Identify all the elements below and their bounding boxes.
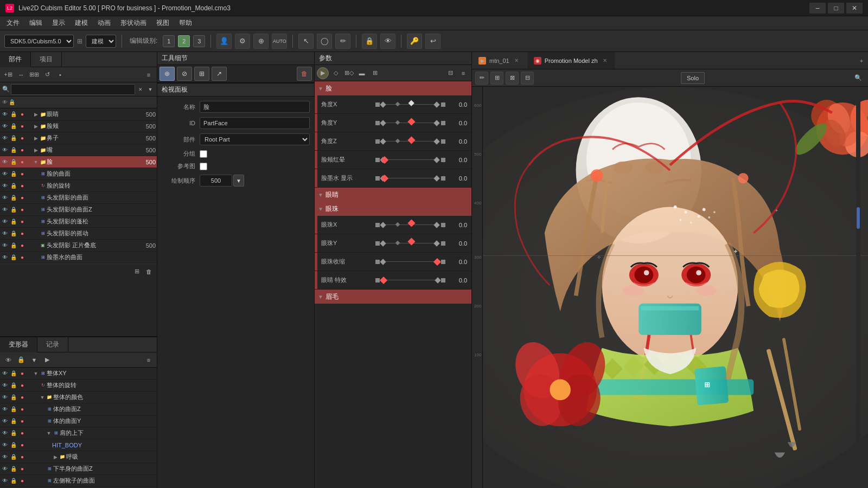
vertical-scrollbar[interactable]: [856, 87, 860, 488]
param-group-eyes[interactable]: ▼ 眼睛: [315, 188, 471, 202]
deformer-lock-btn[interactable]: 🔒: [15, 354, 27, 366]
part-row-hair4[interactable]: 👁 🔒 ● ⊞ 头发阴影的摇动: [0, 228, 157, 240]
params-play-btn[interactable]: ▶: [317, 67, 329, 79]
menu-display[interactable]: 显示: [48, 17, 69, 29]
lock-icon-h2[interactable]: 🔒: [10, 206, 17, 214]
parts-delete-action[interactable]: 🗑: [143, 266, 155, 278]
lock-icon-eyes[interactable]: 🔒: [10, 111, 17, 118]
lock-icon-rot[interactable]: 🔒: [10, 382, 17, 389]
expand-mouth[interactable]: ▶: [33, 147, 39, 153]
expand-face[interactable]: ▼: [33, 159, 39, 165]
eye-icon-h4[interactable]: 👁: [1, 230, 9, 237]
tab-deformer[interactable]: 变形器: [0, 337, 37, 352]
icon-btn-auto[interactable]: AUTO: [272, 34, 287, 49]
edit-level-3[interactable]: 3: [193, 35, 205, 47]
lock-icon-bz[interactable]: 🔒: [10, 406, 17, 413]
eye-icon-nose[interactable]: 👁: [1, 134, 9, 142]
deformer-eye-btn[interactable]: 👁: [2, 354, 14, 366]
part-row-hair3[interactable]: 👁 🔒 ● ⊞ 头发阴影的蓬松: [0, 216, 157, 228]
param-group-pupil[interactable]: ▼ 眼珠: [315, 202, 471, 216]
vtab-close-mtn[interactable]: ✕: [513, 57, 520, 65]
tab-parts[interactable]: 部件: [0, 52, 31, 67]
tool-delete-btn[interactable]: 🗑: [297, 67, 312, 81]
field-ref-checkbox[interactable]: [200, 163, 207, 170]
icon-btn-cursor[interactable]: ↖: [298, 34, 314, 49]
deformer-expand-btn[interactable]: ▼: [28, 354, 40, 366]
part-row-mouth[interactable]: 👁 🔒 ● ▶ 📁 嘴 500: [0, 144, 157, 156]
mode-select[interactable]: 建模: [86, 35, 116, 48]
parts-reset-btn[interactable]: ↺: [41, 69, 53, 81]
lock-icon-h1[interactable]: 🔒: [10, 194, 17, 202]
lock-icon-br[interactable]: 🔒: [10, 453, 17, 461]
eye-icon-sh[interactable]: 👁: [1, 429, 9, 437]
part-row-face-warp[interactable]: 👁 🔒 ● ⊞ 脸的曲面: [0, 168, 157, 180]
deformer-row-rot[interactable]: 👁 🔒 ● ↻ 整体的旋转: [0, 380, 157, 391]
vscroll-thumb[interactable]: [857, 207, 860, 229]
vp-snap-btn[interactable]: ⊠: [506, 72, 519, 85]
deformer-menu-btn[interactable]: ≡: [143, 354, 155, 366]
vp-draw-btn[interactable]: ✏: [475, 72, 488, 85]
lock-icon-face[interactable]: 🔒: [10, 158, 17, 166]
eye-icon-h5[interactable]: 👁: [1, 242, 9, 249]
viewport-add-tab[interactable]: +: [855, 55, 868, 67]
parts-add-btn[interactable]: +⊞: [2, 69, 14, 81]
param-track-ink[interactable]: [375, 176, 445, 181]
eye-icon-eyes[interactable]: 👁: [1, 111, 9, 118]
param-track-pupily[interactable]: [375, 241, 445, 246]
lock-icon-color[interactable]: 🔒: [10, 394, 17, 401]
part-row-hair5[interactable]: 👁 🔒 ● ▣ 头发阴影 正片叠底 500: [0, 240, 157, 252]
expand-nose[interactable]: ▶: [33, 135, 39, 142]
param-track-shrink[interactable]: [375, 260, 445, 264]
tool-arrow-btn[interactable]: ↗: [212, 67, 227, 81]
parts-copy-btn[interactable]: ⊞⊞: [28, 69, 40, 81]
field-order-down[interactable]: ▼: [233, 175, 244, 187]
minimize-button[interactable]: –: [809, 3, 826, 14]
icon-btn-undo[interactable]: ↩: [425, 34, 441, 49]
eye-icon-cheek[interactable]: 👁: [1, 123, 9, 130]
menu-help[interactable]: 帮助: [175, 17, 196, 29]
params-table-btn[interactable]: ⊞: [369, 67, 381, 79]
part-row-face-rot[interactable]: 👁 🔒 ● ↻ 脸的旋转: [0, 180, 157, 192]
deformer-row-color[interactable]: 👁 🔒 ● ▼ 📁 整体的颜色: [0, 391, 157, 403]
vp-zoom-in[interactable]: 🔍: [852, 72, 865, 85]
eye-icon-bz[interactable]: 👁: [1, 406, 9, 413]
param-group-face[interactable]: ▼ 脸: [315, 81, 471, 95]
eye-icon-rot[interactable]: 👁: [1, 382, 9, 389]
lock-icon-fr[interactable]: 🔒: [10, 182, 17, 190]
param-track-angley[interactable]: [375, 121, 445, 125]
edit-level-1[interactable]: 1: [163, 35, 175, 47]
parts-link-btn[interactable]: ↔: [15, 69, 27, 81]
eye-icon-lb[interactable]: 👁: [1, 465, 9, 473]
deformer-row-xy[interactable]: 👁 🔒 ● ▼ ⊞ 整体XY: [0, 368, 157, 380]
parts-search-clear[interactable]: ✕: [136, 85, 145, 94]
icon-btn-lasso[interactable]: ◯: [317, 34, 332, 49]
part-row-hair1[interactable]: 👁 🔒 ● ⊞ 头发阴影的曲面: [0, 192, 157, 204]
close-button[interactable]: ✕: [846, 3, 863, 14]
eye-icon-h1[interactable]: 👁: [1, 194, 9, 202]
deformer-row-lshoe[interactable]: 👁 🔒 ● ⊞ 左侧靴子的曲面: [0, 475, 157, 487]
params-bar-btn[interactable]: ▬: [356, 67, 368, 79]
icon-btn-pen[interactable]: ✏: [335, 34, 350, 49]
eye-icon-mouth[interactable]: 👁: [1, 146, 9, 154]
expand-xy[interactable]: ▼: [33, 370, 39, 377]
param-group-eyebrow[interactable]: ▼ 眉毛: [315, 290, 471, 304]
icon-btn-2[interactable]: ⚙: [235, 34, 250, 49]
part-row-nose[interactable]: 👁 🔒 ● ▶ 📁 鼻子 500: [0, 132, 157, 144]
lock-icon-nose[interactable]: 🔒: [10, 134, 17, 142]
lock-icon-xy[interactable]: 🔒: [10, 370, 17, 377]
param-track-pupilx[interactable]: [375, 223, 445, 227]
eye-icon-ink[interactable]: 👁: [1, 254, 9, 261]
param-track-eye-effect[interactable]: [375, 278, 445, 282]
field-order-input[interactable]: [200, 175, 232, 187]
menu-animation[interactable]: 动画: [93, 17, 115, 29]
edit-level-2[interactable]: 2: [178, 35, 190, 47]
eye-icon-h3[interactable]: 👁: [1, 218, 9, 226]
part-row-hair2[interactable]: 👁 🔒 ● ⊞ 头发阴影的曲面Z: [0, 204, 157, 216]
eye-icon-fw[interactable]: 👁: [1, 170, 9, 178]
vtab-mtn[interactable]: ▶ mtn_01 ✕: [472, 52, 527, 69]
menu-edit[interactable]: 编辑: [25, 17, 47, 29]
icon-btn-3[interactable]: ⊕: [253, 34, 269, 49]
menu-modeling[interactable]: 建模: [71, 17, 92, 29]
field-group-checkbox[interactable]: [200, 150, 207, 158]
params-multi-btn[interactable]: ⊞◇: [343, 67, 355, 79]
